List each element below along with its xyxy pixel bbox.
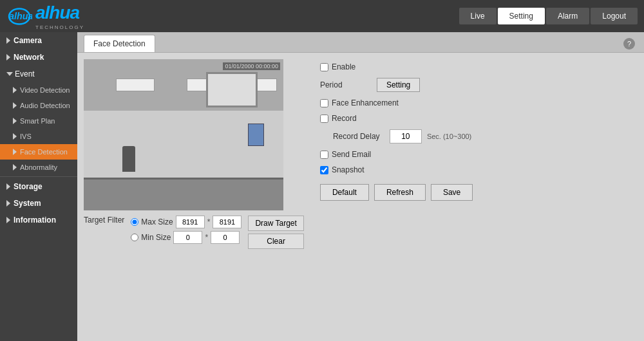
abnormality-arrow-icon bbox=[13, 164, 17, 170]
sidebar-item-abnormality[interactable]: Abnormality bbox=[0, 160, 77, 175]
snapshot-label[interactable]: Snapshot bbox=[320, 165, 365, 174]
face-detection-arrow-icon bbox=[13, 149, 17, 155]
sidebar-item-audio-detection[interactable]: Audio Detection bbox=[0, 98, 77, 113]
send-email-row: Send Email bbox=[320, 150, 631, 159]
layout: Camera Network Event Video Detection Aud… bbox=[0, 32, 644, 341]
storage-arrow-icon bbox=[6, 183, 10, 190]
camera-arrow-icon bbox=[6, 37, 10, 44]
record-row: Record bbox=[320, 114, 631, 123]
record-delay-input[interactable]: 10 bbox=[390, 129, 422, 143]
face-enhancement-checkbox[interactable] bbox=[320, 99, 328, 107]
header: alhua alhua TECHNOLOGY Live Setting Alar… bbox=[0, 0, 644, 32]
dahua-logo-icon: alhua bbox=[6, 5, 32, 28]
min-size-separator: * bbox=[205, 233, 208, 242]
refresh-button[interactable]: Refresh bbox=[374, 184, 426, 201]
system-arrow-icon bbox=[6, 200, 10, 207]
record-delay-row: Record Delay 10 Sec. (10~300) bbox=[320, 129, 631, 143]
content-area: 01/01/2000 00:00:00 Target Filter Max Si… bbox=[77, 53, 644, 255]
period-row: Period Setting bbox=[320, 78, 631, 92]
tab-bar: Face Detection ? bbox=[77, 32, 644, 53]
period-setting-button[interactable]: Setting bbox=[377, 78, 420, 92]
main-content: Face Detection ? bbox=[77, 32, 644, 341]
nav-alarm-button[interactable]: Alarm bbox=[546, 8, 589, 24]
audio-detection-arrow-icon bbox=[13, 102, 17, 109]
nav-logout-button[interactable]: Logout bbox=[591, 8, 638, 24]
min-size-radio[interactable] bbox=[131, 234, 138, 241]
min-size-width-input[interactable]: 0 bbox=[173, 231, 202, 244]
clear-button[interactable]: Clear bbox=[248, 234, 303, 249]
min-size-label: Min Size bbox=[141, 233, 171, 242]
min-size-height-input[interactable]: 0 bbox=[211, 231, 240, 244]
room-window bbox=[206, 72, 258, 107]
snapshot-row: Snapshot bbox=[320, 165, 631, 174]
enable-checkbox[interactable] bbox=[320, 63, 328, 71]
network-arrow-icon bbox=[6, 54, 10, 60]
sidebar-item-network[interactable]: Network bbox=[0, 49, 77, 66]
logo: alhua alhua TECHNOLOGY bbox=[6, 3, 84, 30]
default-button[interactable]: Default bbox=[320, 184, 369, 201]
video-panel: 01/01/2000 00:00:00 Target Filter Max Si… bbox=[84, 59, 304, 249]
enable-row: Enable bbox=[320, 62, 631, 71]
room-floor bbox=[84, 178, 283, 210]
sidebar-item-camera[interactable]: Camera bbox=[0, 32, 77, 49]
svg-text:alhua: alhua bbox=[9, 11, 32, 21]
sidebar-divider-1 bbox=[0, 176, 77, 177]
event-arrow-icon bbox=[6, 72, 13, 76]
face-enhancement-row: Face Enhancement bbox=[320, 98, 631, 107]
max-size-height-input[interactable]: 8191 bbox=[213, 216, 242, 228]
sidebar-item-ivs[interactable]: IVS bbox=[0, 129, 77, 144]
draw-target-button[interactable]: Draw Target bbox=[248, 216, 303, 231]
video-timestamp: 01/01/2000 00:00:00 bbox=[223, 62, 280, 70]
target-filter-label: Target Filter bbox=[84, 216, 124, 225]
sidebar-event-header[interactable]: Event bbox=[0, 66, 77, 82]
send-email-label[interactable]: Send Email bbox=[320, 150, 371, 159]
face-enhancement-label[interactable]: Face Enhancement bbox=[320, 98, 399, 107]
record-checkbox[interactable] bbox=[320, 115, 328, 123]
tab-face-detection[interactable]: Face Detection bbox=[84, 35, 155, 52]
min-size-row: Min Size 0 * 0 bbox=[131, 231, 242, 244]
save-button[interactable]: Save bbox=[431, 184, 473, 201]
max-size-label: Max Size bbox=[141, 217, 173, 226]
max-size-separator: * bbox=[207, 217, 211, 226]
send-email-checkbox[interactable] bbox=[320, 151, 328, 159]
sidebar: Camera Network Event Video Detection Aud… bbox=[0, 32, 77, 341]
draw-clear-buttons: Draw Target Clear bbox=[248, 216, 303, 249]
video-room bbox=[84, 59, 283, 210]
snapshot-checkbox[interactable] bbox=[320, 166, 328, 174]
max-size-row: Max Size 8191 * 8191 bbox=[131, 216, 242, 228]
information-arrow-icon bbox=[6, 217, 10, 223]
floor-line bbox=[84, 178, 283, 180]
max-size-radio[interactable] bbox=[131, 218, 138, 226]
record-delay-hint: Sec. (10~300) bbox=[427, 133, 471, 140]
sidebar-item-system[interactable]: System bbox=[0, 195, 77, 212]
sidebar-item-face-detection[interactable]: Face Detection bbox=[0, 144, 77, 160]
max-size-width-input[interactable]: 8191 bbox=[176, 216, 205, 228]
target-filter-area: Target Filter Max Size 8191 * 8191 Min S… bbox=[84, 216, 304, 249]
nav-setting-button[interactable]: Setting bbox=[498, 8, 545, 24]
logo-sub: TECHNOLOGY bbox=[35, 24, 84, 30]
period-label: Period bbox=[320, 80, 372, 89]
video-canvas: 01/01/2000 00:00:00 bbox=[84, 59, 283, 210]
record-delay-label: Record Delay bbox=[333, 132, 384, 141]
enable-label[interactable]: Enable bbox=[320, 62, 355, 71]
logo-text: alhua bbox=[35, 3, 79, 23]
sidebar-item-storage[interactable]: Storage bbox=[0, 178, 77, 195]
record-label[interactable]: Record bbox=[320, 114, 357, 123]
sidebar-item-smart-plan[interactable]: Smart Plan bbox=[0, 113, 77, 129]
wall-object bbox=[248, 124, 264, 146]
sidebar-item-video-detection[interactable]: Video Detection bbox=[0, 82, 77, 98]
room-person bbox=[122, 146, 135, 172]
sidebar-item-information[interactable]: Information bbox=[0, 212, 77, 228]
header-nav: Live Setting Alarm Logout bbox=[459, 8, 638, 24]
target-filter-radio-group: Max Size 8191 * 8191 Min Size 0 * 0 bbox=[131, 216, 242, 244]
video-detection-arrow-icon bbox=[13, 87, 17, 93]
smart-plan-arrow-icon bbox=[13, 118, 17, 124]
nav-live-button[interactable]: Live bbox=[459, 8, 497, 24]
settings-panel: Enable Period Setting Face Enhancement bbox=[314, 59, 638, 249]
action-buttons: Default Refresh Save bbox=[320, 184, 631, 201]
ivs-arrow-icon bbox=[13, 133, 17, 140]
help-icon[interactable]: ? bbox=[623, 38, 635, 50]
light-1 bbox=[116, 78, 155, 91]
